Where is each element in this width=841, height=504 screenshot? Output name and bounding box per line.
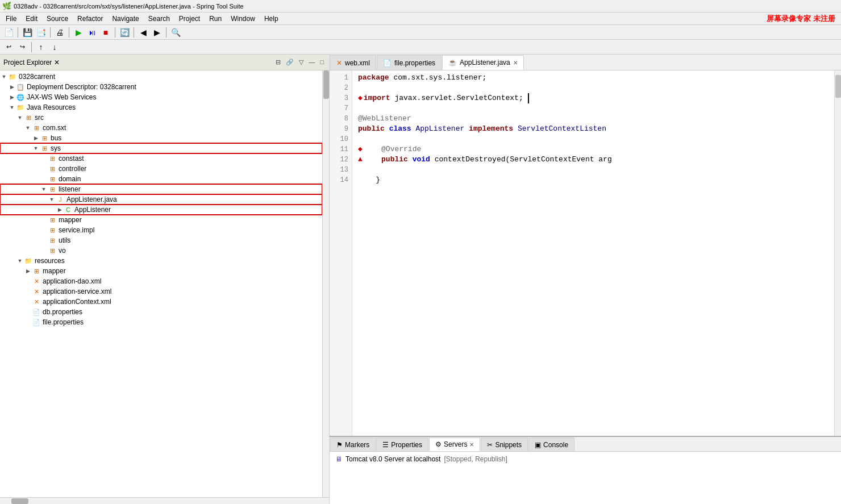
menu-window[interactable]: Window	[226, 14, 260, 24]
pe-vertical-scrollbar[interactable]	[322, 70, 329, 497]
tree-item-jax[interactable]: ▶🌐JAX-WS Web Services	[0, 92, 322, 102]
tab-props-icon: 📄	[383, 59, 392, 67]
tree-arrow-applistener-class[interactable]: ▶	[56, 207, 64, 213]
pe-wrapper: ▼📁0328carrent▶📋Deployment Descriptor: 03…	[0, 70, 329, 504]
tree-arrow-applistener-java[interactable]: ▼	[48, 197, 56, 202]
tree-item-file-props[interactable]: 📄file.properties	[0, 317, 322, 327]
menu-file[interactable]: File	[1, 14, 21, 24]
tab-servers[interactable]: ⚙ Servers ✕	[429, 438, 480, 451]
tree-item-mapper2[interactable]: ▶⊞mapper	[0, 266, 322, 276]
run-button[interactable]: ▶	[72, 26, 85, 39]
stop-button[interactable]: ■	[99, 26, 112, 39]
print-button[interactable]: 🖨	[53, 26, 66, 39]
tree-label-bus: bus	[51, 134, 61, 142]
tree-arrow-resources[interactable]: ▼	[16, 258, 24, 264]
tab-markers[interactable]: ⚑ Markers	[330, 438, 376, 451]
tree-arrow-listener[interactable]: ▼	[40, 186, 48, 192]
tree-item-app-ctx-xml[interactable]: ✕applicationContext.xml	[0, 297, 322, 307]
tree-arrow-com-sxt[interactable]: ▼	[24, 125, 32, 131]
search-button[interactable]: 🔍	[169, 26, 182, 39]
tree-item-service-impl[interactable]: ⊞service.impl	[0, 225, 322, 235]
tree-item-domain[interactable]: ⊞domain	[0, 174, 322, 184]
pe-link-editor[interactable]: 🔗	[284, 58, 295, 66]
tree-item-controller[interactable]: ⊞controller	[0, 164, 322, 174]
tab-snippets[interactable]: ✂ Snippets	[481, 438, 528, 451]
code-vertical-scrollbar[interactable]	[834, 70, 841, 436]
line-num-1: 1	[330, 73, 348, 83]
tree-item-resources[interactable]: ▼📁resources	[0, 256, 322, 266]
pe-scroll-thumb[interactable]	[323, 70, 329, 99]
tree-item-mapper[interactable]: ⊞mapper	[0, 215, 322, 225]
menu-edit[interactable]: Edit	[21, 14, 42, 24]
tree-arrow-root[interactable]: ▼	[0, 74, 8, 80]
tab-properties[interactable]: ☰ Properties	[376, 438, 428, 451]
tab-web-xml[interactable]: ✕ web.xml	[330, 55, 376, 70]
nav-up-button[interactable]: ↑	[35, 41, 47, 53]
new-button[interactable]: 📄	[2, 26, 15, 39]
tree-item-com-sxt[interactable]: ▼⊞com.sxt	[0, 123, 322, 133]
code-content[interactable]: package com.sxt.sys.listener;◆import jav…	[352, 70, 834, 436]
servers-close[interactable]: ✕	[469, 441, 474, 448]
forward-button[interactable]: ▶	[151, 26, 163, 39]
menu-refactor[interactable]: Refactor	[73, 14, 107, 24]
menu-search[interactable]: Search	[144, 14, 174, 24]
tree-item-root[interactable]: ▼📁0328carrent	[0, 72, 322, 82]
menu-source[interactable]: Source	[42, 14, 73, 24]
tree-arrow-src[interactable]: ▼	[16, 115, 24, 120]
tree-item-applistener-class[interactable]: ▶CAppListener	[0, 205, 322, 215]
code-area[interactable]: 1237891011121314 package com.sxt.sys.lis…	[330, 70, 841, 436]
servers-label: Servers	[444, 440, 467, 448]
tree-arrow-deploy[interactable]: ▶	[8, 84, 16, 90]
tab-console[interactable]: ▣ Console	[528, 438, 574, 451]
code-scroll-thumb[interactable]	[835, 75, 841, 98]
tree-item-app-dao-xml[interactable]: ✕application-dao.xml	[0, 276, 322, 286]
debug-button[interactable]: ⏯	[86, 26, 98, 39]
server-entry[interactable]: 🖥 Tomcat v8.0 Server at localhost [Stopp…	[335, 455, 835, 463]
tree-arrow-jax[interactable]: ▶	[8, 94, 16, 100]
refresh-button[interactable]: 🔄	[118, 26, 131, 39]
undo-button[interactable]: ↩	[2, 41, 15, 53]
tree-item-utils[interactable]: ⊞utils	[0, 235, 322, 245]
tree-item-app-svc-xml[interactable]: ✕application-service.xml	[0, 286, 322, 297]
tab-applistener-close[interactable]: ✕	[513, 60, 518, 66]
title-text: 0328adv - 0328carrent/src/com/sxt/sys/li…	[14, 3, 244, 10]
menu-run[interactable]: Run	[205, 14, 226, 24]
tree-item-java-res[interactable]: ▼📁Java Resources	[0, 102, 322, 113]
tab-file-properties[interactable]: 📄 file.properties	[377, 55, 442, 70]
tree-label-mapper2: mapper	[43, 267, 66, 275]
tree-item-vo[interactable]: ⊞vo	[0, 245, 322, 256]
pe-maximize[interactable]: □	[318, 58, 326, 66]
pe-minimize[interactable]: —	[307, 58, 317, 66]
pe-view-menu[interactable]: ▽	[297, 58, 305, 66]
sep2	[50, 27, 51, 38]
menu-navigate[interactable]: Navigate	[107, 14, 143, 24]
tab-applistener[interactable]: ☕ AppListener.java ✕	[442, 55, 524, 70]
pe-horizontal-scrollbar[interactable]	[0, 497, 329, 504]
nav-down-button[interactable]: ↓	[48, 41, 61, 53]
menu-help[interactable]: Help	[260, 14, 283, 24]
tree-item-applistener-java[interactable]: ▼JAppListener.java	[0, 194, 322, 205]
save-button[interactable]: 💾	[21, 26, 34, 39]
pe-tree: ▼📁0328carrent▶📋Deployment Descriptor: 03…	[0, 70, 322, 497]
back-button[interactable]: ◀	[137, 26, 149, 39]
tree-item-bus[interactable]: ▶⊞bus	[0, 133, 322, 143]
menu-project[interactable]: Project	[174, 14, 205, 24]
line-num-2: 2	[330, 83, 348, 93]
pe-hscroll-thumb[interactable]	[11, 498, 28, 504]
tree-arrow-mapper2[interactable]: ▶	[24, 268, 32, 274]
project-explorer: Project Explorer ✕ ⊟ 🔗 ▽ — □ ▼📁0328carre…	[0, 55, 330, 504]
tree-item-src[interactable]: ▼⊞src	[0, 113, 322, 123]
tree-arrow-bus[interactable]: ▶	[32, 135, 40, 141]
redo-button[interactable]: ↪	[16, 41, 28, 53]
code-line-2	[358, 83, 828, 93]
pe-collapse-all[interactable]: ⊟	[274, 58, 282, 66]
tree-item-deploy[interactable]: ▶📋Deployment Descriptor: 0328carrent	[0, 82, 322, 92]
tree-item-constast[interactable]: ⊞constast	[0, 153, 322, 164]
tree-item-sys[interactable]: ▼⊞sys	[0, 143, 322, 153]
line-numbers: 1237891011121314	[330, 70, 352, 436]
tree-item-db-props[interactable]: 📄db.properties	[0, 307, 322, 317]
tree-arrow-sys[interactable]: ▼	[32, 145, 40, 151]
tree-item-listener[interactable]: ▼⊞listener	[0, 184, 322, 194]
tree-arrow-java-res[interactable]: ▼	[8, 105, 16, 110]
save-all-button[interactable]: 📑	[35, 26, 47, 39]
